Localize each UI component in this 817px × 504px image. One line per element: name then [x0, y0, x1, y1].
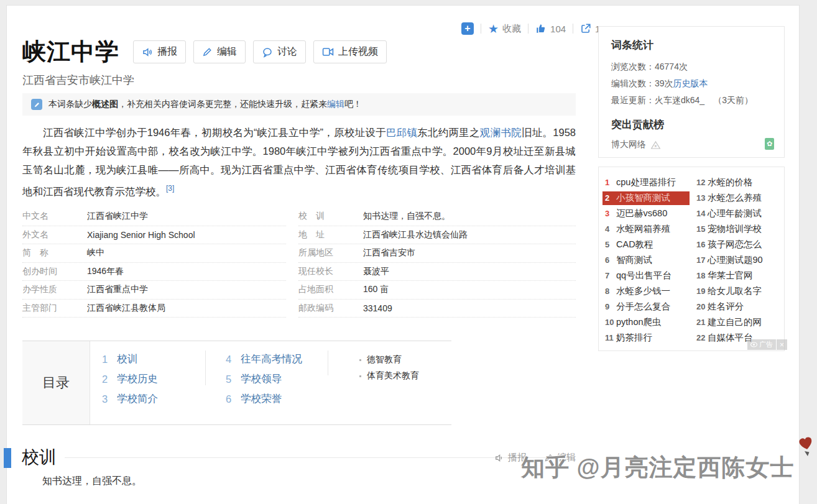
hot-item[interactable]: 11奶茶排行 [602, 330, 690, 346]
toc-item-honors[interactable]: 6学校荣誉 [226, 389, 302, 409]
page-title: 峡江中学 [22, 36, 119, 68]
hot-list-column-1: 1cpu处理器排行 2小孩智商测试 3迈巴赫vs680 4水蛭网箱养殖 5CAD… [602, 175, 690, 346]
infobox-row: 外文名Xiajiang Senior High School [22, 226, 286, 245]
like-button[interactable]: 104 [535, 23, 566, 34]
hot-item[interactable]: 20姓名评分 [694, 299, 781, 314]
toc-item-intro[interactable]: 3学校简介 [102, 389, 158, 409]
hot-item[interactable]: 17心理测试题90 [694, 252, 781, 268]
infobox-right: 校 训知书达理，自强不息。 地 址江西省峡江县水边镇会仙路 所属地区江西省吉安市… [298, 208, 576, 318]
hot-item[interactable]: 15宠物培训学校 [694, 221, 781, 237]
eye-icon [750, 342, 757, 347]
reference-3-link[interactable]: [3] [166, 184, 174, 193]
header-buttons: 播报 编辑 讨论 上传视频 [133, 40, 387, 63]
updated-row: 最近更新：火车迷dk64_ （3天前） [611, 92, 772, 109]
bullet-icon [359, 359, 361, 361]
edit-button[interactable]: 编辑 [193, 40, 246, 63]
infobox-row: 邮政编码331409 [298, 300, 576, 318]
hot-item[interactable]: 4水蛭网箱养殖 [602, 221, 690, 237]
star-icon: ★ [488, 23, 499, 35]
toc-subitems: 德智教育 体育美术教育 [359, 352, 419, 384]
table-of-contents: 目录 1校训 2学校历史 3学校简介 4往年高考情况 5学校领导 6学校荣誉 德… [22, 341, 451, 425]
upload-video-label: 上传视频 [338, 45, 378, 58]
toc-divider [205, 351, 206, 385]
toc-subitem-tiyu[interactable]: 体育美术教育 [359, 368, 419, 384]
hot-item[interactable]: 10python爬虫 [602, 314, 690, 330]
svg-text:★: ★ [654, 144, 657, 148]
divider [481, 24, 481, 34]
hot-item[interactable]: 16孩子网恋怎么 [694, 237, 781, 252]
notice-bar: 本词条缺少概述图，补充相关内容使词条更完整，还能快速升级，赶紧来编辑吧！ [22, 93, 576, 116]
section-title: 校训 [22, 446, 57, 469]
infobox-row: 所属地区江西省吉安市 [298, 244, 576, 263]
hot-item[interactable]: 5CAD教程 [602, 237, 690, 252]
infobox-left: 中文名江西省峡江中学 外文名Xiajiang Senior High Schoo… [22, 208, 286, 318]
discuss-button[interactable]: 讨论 [253, 40, 306, 63]
summary-paragraph: 江西省峡江中学创办于1946年春，初期校名为“峡江县立中学”，原校址设于巴邱镇东… [22, 123, 576, 201]
contributor-name: 博大网络 [611, 139, 646, 150]
divider [528, 24, 529, 34]
notice-edit-link[interactable]: 编辑 [327, 99, 344, 109]
favorite-button[interactable]: ★ 收藏 [488, 23, 521, 35]
toc-item-xiaoxun[interactable]: 1校训 [102, 349, 158, 369]
title-row: 峡江中学 播报 编辑 讨论 上传视频 [22, 36, 387, 68]
hot-item[interactable]: 19给女儿取名字 [694, 283, 781, 299]
notice-text: 本词条缺少概述图，补充相关内容使词条更完整，还能快速升级，赶紧来编辑吧！ [48, 99, 362, 110]
hot-search-card: 1cpu处理器排行 2小孩智商测试 3迈巴赫vs680 4水蛭网箱养殖 5CAD… [598, 167, 785, 351]
stats-card: 词条统计 浏览次数：46774次 编辑次数：39次历史版本 最近更新：火车迷dk… [598, 26, 785, 158]
baqiu-town-link[interactable]: 巴邱镇 [386, 127, 417, 138]
hot-list-column-2: 12水蛭的价格 13水蛭怎么养殖 14心理年龄测试 15宠物培训学校 16孩子网… [694, 175, 781, 346]
toc-title: 目录 [22, 341, 90, 424]
ad-info-button[interactable]: 广告 [747, 339, 776, 350]
heart-cursor-icon [797, 434, 816, 463]
hot-item[interactable]: 14心理年龄测试 [694, 206, 781, 221]
hot-item[interactable]: 21建立自己的网 [694, 314, 781, 330]
social-bar: + ★ 收藏 104 1 [461, 22, 600, 35]
infobox-row: 办学性质江西省重点中学 [22, 281, 286, 300]
toc-item-leaders[interactable]: 5学校领导 [226, 369, 302, 389]
contributor-row[interactable]: 博大网络 ★ [611, 139, 772, 150]
history-versions-link[interactable]: 历史版本 [673, 78, 708, 88]
edits-row: 编辑次数：39次历史版本 [611, 75, 772, 92]
infobox-row: 简 称峡中 [22, 244, 286, 263]
infobox-row: 占地面积160 亩 [298, 281, 576, 300]
hot-item[interactable]: 6智商测试 [602, 252, 690, 268]
toc-subitem-dezhi[interactable]: 德智教育 [359, 352, 419, 368]
hot-item[interactable]: 18华莱士官网 [694, 268, 781, 283]
contributor-badge-icon[interactable]: ✿ [765, 138, 774, 150]
hot-item[interactable]: 13水蛭怎么养殖 [694, 190, 781, 206]
hot-item[interactable]: 9分手怎么复合 [602, 299, 690, 314]
hot-item[interactable]: 1cpu处理器排行 [602, 175, 690, 190]
add-icon[interactable]: + [461, 22, 474, 35]
video-icon [322, 47, 334, 57]
divider [573, 24, 573, 34]
upload-video-button[interactable]: 上传视频 [313, 40, 387, 63]
toc-column-2: 4往年高考情况 5学校领导 6学校荣誉 [226, 349, 302, 409]
discuss-label: 讨论 [277, 45, 297, 58]
close-icon[interactable]: × [777, 339, 787, 350]
hot-item-active[interactable]: 2小孩智商测试 [602, 191, 690, 205]
page-subtitle: 江西省吉安市峡江中学 [22, 73, 134, 88]
hot-item[interactable]: 12水蛭的价格 [694, 175, 781, 190]
toc-item-gaokao[interactable]: 4往年高考情况 [226, 349, 302, 369]
edit-label: 编辑 [217, 45, 237, 58]
like-count: 104 [550, 24, 566, 34]
hot-item[interactable]: 7qq号出售平台 [602, 268, 690, 283]
guanlan-academy-link[interactable]: 观澜书院 [480, 127, 522, 138]
infobox-row: 校 训知书达理，自强不息。 [298, 208, 576, 226]
section-body-text: 知书达理，自强不息。 [42, 475, 142, 488]
toc-item-history[interactable]: 2学校历史 [102, 369, 158, 389]
infobox-row: 主管部门江西省峡江县教体局 [22, 300, 286, 318]
broadcast-button[interactable]: 播报 [133, 40, 186, 63]
infobox-row: 现任校长聂波平 [298, 263, 576, 282]
share-button[interactable]: 1 [580, 23, 600, 34]
chat-icon [262, 47, 273, 58]
toc-column-1: 1校训 2学校历史 3学校简介 [102, 349, 158, 409]
section-accent-bar [4, 448, 11, 468]
pencil-icon [202, 47, 213, 57]
infobox-row: 中文名江西省峡江中学 [22, 208, 286, 226]
stats-title: 词条统计 [611, 38, 772, 52]
hot-item[interactable]: 3迈巴赫vs680 [602, 206, 690, 221]
speaker-icon [494, 453, 504, 463]
medal-icon: ★ [650, 140, 661, 150]
hot-item[interactable]: 8水蛭多少钱一 [602, 283, 690, 299]
